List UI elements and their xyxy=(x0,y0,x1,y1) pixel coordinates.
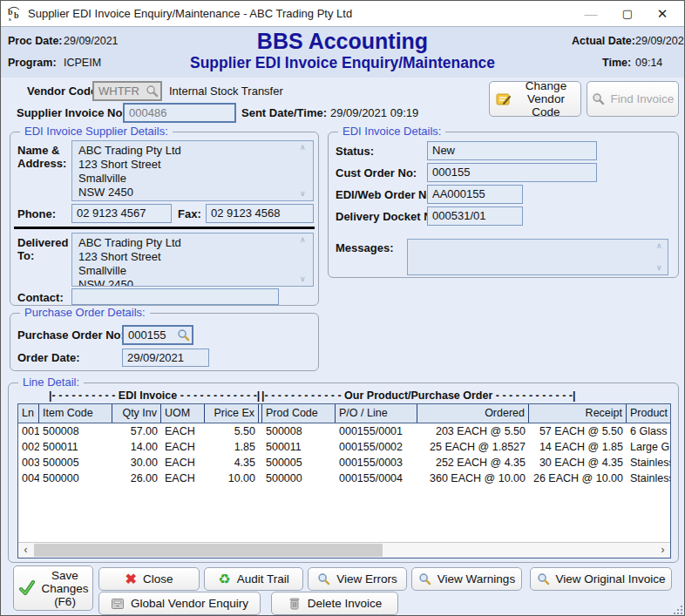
scroll-right-icon[interactable]: › xyxy=(655,543,670,558)
global-vendor-enquiry-button[interactable]: Global Vendor Enquiry xyxy=(98,592,261,615)
edi-details-title: EDI Invoice Details: xyxy=(338,125,445,138)
section-divider xyxy=(14,227,315,229)
check-icon xyxy=(18,579,36,597)
actual-date-value: 29/09/2021 xyxy=(635,35,685,47)
close-window-button[interactable]: ✕ xyxy=(648,1,677,26)
close-button[interactable]: ✖ Close xyxy=(98,567,200,591)
cust-order-label: Cust Order No: xyxy=(336,166,417,179)
time-value: 09:14 xyxy=(635,57,662,69)
minimize-button[interactable]: — xyxy=(576,1,606,26)
fax-label: Fax: xyxy=(178,207,201,220)
messages-field[interactable] xyxy=(407,239,668,275)
supplier-invoice-field[interactable]: 000486 xyxy=(123,103,236,123)
audit-trail-button[interactable]: ♻ Audit Trail xyxy=(204,567,303,591)
supplier-details-title: EDI Invoice Supplier Details: xyxy=(20,125,173,138)
app-logo-icon xyxy=(7,6,23,22)
col-prod-code: Prod Code xyxy=(262,404,336,423)
scroll-down-icon[interactable]: ∨ xyxy=(656,264,675,272)
maximize-button[interactable]: ▢ xyxy=(613,1,642,26)
order-date-label: Order Date: xyxy=(17,351,80,364)
contact-field[interactable] xyxy=(71,288,279,305)
delete-invoice-button[interactable]: Delete Invoice xyxy=(271,592,398,615)
view-original-invoice-button[interactable]: View Original Invoice xyxy=(530,567,672,591)
scroll-down-icon[interactable]: ∨ xyxy=(300,275,315,283)
delivered-to-field[interactable]: ABC Trading Pty Ltd 123 Short Street Sma… xyxy=(71,233,314,287)
resize-grip-icon[interactable] xyxy=(674,606,682,614)
band-edi-invoice: |- - - - - - - - - - EDI Invoice - - - -… xyxy=(49,389,260,402)
find-invoice-button[interactable]: Find Invoice xyxy=(587,81,679,117)
magnifier-icon xyxy=(317,572,330,586)
po-details-group: Purchase Order Details: Purchase Order N… xyxy=(10,313,319,371)
name-address-label: Name & Address: xyxy=(17,144,71,170)
vendor-code-field[interactable]: WHTFR xyxy=(92,81,162,101)
col-receipt: Receipt xyxy=(529,404,627,423)
vendor-description: Internal Stock Transfer xyxy=(169,85,283,98)
scroll-left-icon[interactable]: ‹ xyxy=(18,543,33,558)
cabinet-icon xyxy=(111,597,125,611)
scroll-down-icon[interactable]: ∨ xyxy=(300,190,315,198)
sent-datetime-value: 29/09/2021 09:19 xyxy=(330,106,418,119)
table-horizontal-scrollbar[interactable]: ‹ › xyxy=(18,542,670,558)
change-vendor-code-button[interactable]: Change Vendor Code xyxy=(489,81,581,117)
header-band: Proc Date: 29/09/2021 Program: ICPEIM BB… xyxy=(1,27,684,78)
delivery-docket-field[interactable]: 000531/01 xyxy=(427,206,523,226)
table-row[interactable]: 001500008 57.00EACH 5.50 500008000155/00… xyxy=(18,423,670,439)
edi-details-group: EDI Invoice Details: Status: New Cust Or… xyxy=(328,132,679,278)
band-our-product: |- - - - - - - - - - - - Our Product/Pur… xyxy=(261,389,575,402)
po-number-field[interactable]: 000155 xyxy=(122,325,193,345)
col-po-line: P/O / Line xyxy=(336,404,417,423)
po-number-label: Purchase Order No: xyxy=(17,328,125,342)
screen-title: Supplier EDI Invoice Enquiry/Maintenance xyxy=(1,54,684,72)
scroll-up-icon[interactable]: ∧ xyxy=(656,242,675,250)
scroll-up-icon[interactable]: ∧ xyxy=(300,236,315,244)
vendor-lookup-icon[interactable] xyxy=(146,85,159,98)
scrollbar-thumb[interactable] xyxy=(34,544,383,557)
order-date-field[interactable]: 29/09/2021 xyxy=(122,349,209,367)
recycle-icon: ♻ xyxy=(218,571,230,587)
line-detail-title: Line Detail: xyxy=(18,376,84,389)
scroll-up-icon[interactable]: ∧ xyxy=(300,144,315,152)
vendor-code-label: Vendor Code: xyxy=(27,85,101,98)
col-product-desc: Product De xyxy=(627,404,670,423)
note-pencil-icon xyxy=(496,92,512,106)
name-address-field[interactable]: ABC Trading Pty Ltd 123 Short Street Sma… xyxy=(71,140,314,201)
supplier-invoice-label: Supplier Invoice No: xyxy=(17,106,126,119)
actual-date-label: Actual Date: xyxy=(572,35,635,47)
col-qty-inv: Qty Inv xyxy=(112,404,161,423)
magnifier-icon xyxy=(418,572,431,586)
supplier-details-group: EDI Invoice Supplier Details: Name & Add… xyxy=(10,132,319,306)
trash-icon xyxy=(288,597,302,611)
table-row[interactable]: 004500000 26.00EACH 10.00 500000000155/0… xyxy=(18,470,670,486)
delivered-to-label: Delivered To: xyxy=(17,236,73,262)
phone-label: Phone: xyxy=(17,207,56,220)
line-detail-table: Ln Item Code Qty Inv UOM Price Ex Prod C… xyxy=(17,403,671,558)
po-lookup-icon[interactable] xyxy=(177,328,190,342)
magnifier-icon xyxy=(537,572,550,586)
table-row[interactable]: 003500005 30.00EACH 4.35 500005000155/00… xyxy=(18,455,670,470)
line-detail-group: Line Detail: |- - - - - - - - - - EDI In… xyxy=(8,382,679,563)
col-ordered: Ordered xyxy=(417,404,529,423)
cust-order-field[interactable]: 000155 xyxy=(427,163,597,182)
phone-field[interactable]: 02 9123 4567 xyxy=(71,204,172,223)
save-changes-button[interactable]: Save Changes (F6) xyxy=(13,565,93,611)
fax-field[interactable]: 02 9123 4568 xyxy=(206,204,314,223)
app-window: Supplier EDI Invoice Enquiry/Maintenance… xyxy=(0,0,685,616)
col-item-code: Item Code xyxy=(39,404,112,423)
col-uom: UOM xyxy=(161,404,205,423)
titlebar: Supplier EDI Invoice Enquiry/Maintenance… xyxy=(1,1,684,27)
window-title: Supplier EDI Invoice Enquiry/Maintenance… xyxy=(28,7,352,20)
magnifier-icon xyxy=(592,92,605,105)
messages-label: Messages: xyxy=(336,241,393,254)
col-price-ex: Price Ex xyxy=(205,404,259,423)
edi-web-order-label: EDI/Web Order No: xyxy=(336,188,437,201)
form-body: Vendor Code: WHTFR Internal Stock Transf… xyxy=(1,78,685,616)
contact-label: Contact: xyxy=(17,291,64,304)
view-errors-button[interactable]: View Errors xyxy=(308,567,407,591)
status-field[interactable]: New xyxy=(427,141,597,160)
table-row[interactable]: 002500011 14.00EACH 1.85 500011000155/00… xyxy=(18,439,670,455)
col-ln: Ln xyxy=(18,404,39,423)
view-warnings-button[interactable]: View Warnings xyxy=(411,567,522,591)
edi-web-order-field[interactable]: AA000155 xyxy=(427,185,523,204)
po-details-title: Purchase Order Details: xyxy=(20,306,150,319)
table-header-row: Ln Item Code Qty Inv UOM Price Ex Prod C… xyxy=(18,404,670,423)
